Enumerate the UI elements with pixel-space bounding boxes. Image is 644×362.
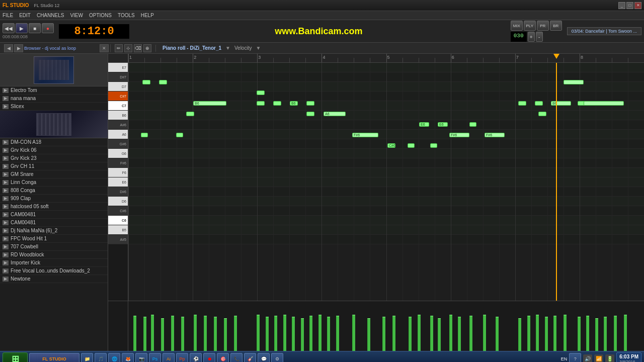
sidebar-item-3[interactable]: ▶DM-CON A18 xyxy=(0,138,108,146)
playlist-button[interactable]: PLY xyxy=(524,21,536,31)
piano-key-E7[interactable]: E7 xyxy=(108,63,128,72)
velocity-bar-37[interactable] xyxy=(545,317,548,351)
velocity-bar-31[interactable] xyxy=(469,316,472,351)
record-button[interactable]: ● xyxy=(42,23,54,33)
velocity-bar-8[interactable] xyxy=(214,317,217,351)
sidebar-item-14[interactable]: ▶Dj NaNa MaNa (6)_2 xyxy=(0,227,108,235)
piano-key-F6[interactable]: F6 xyxy=(108,168,128,177)
piano-note-11[interactable] xyxy=(141,133,148,137)
velocity-bar-29[interactable] xyxy=(449,315,452,351)
sidebar-item-16[interactable]: ▶707 Cowbell xyxy=(0,243,108,251)
erase-tool[interactable]: ⌫ xyxy=(134,44,142,52)
velocity-bar-36[interactable] xyxy=(536,315,539,351)
piano-note-26[interactable]: C#6 xyxy=(387,143,395,148)
sidebar-item-7[interactable]: ▶GM Snare xyxy=(0,170,108,178)
piano-note-12[interactable] xyxy=(176,133,183,137)
piano-key-D#6[interactable]: D#6 xyxy=(108,187,128,197)
browser-button[interactable]: BR xyxy=(550,21,562,31)
menu-channels[interactable]: CHANNELS xyxy=(37,13,64,18)
menu-edit[interactable]: EDIT xyxy=(19,13,31,18)
browser-forward-button[interactable]: ▶ xyxy=(14,44,23,52)
sidebar-item-17[interactable]: ▶RD Woodblock xyxy=(0,251,108,259)
piano-note-8[interactable] xyxy=(186,112,194,116)
mixer-button[interactable]: MIX xyxy=(511,21,523,31)
piano-note-13[interactable]: F#6 xyxy=(352,133,378,137)
taskbar-illustrator[interactable]: Ai xyxy=(163,353,175,363)
taskbar-app6[interactable]: 💬 xyxy=(258,353,270,363)
velocity-bar-32[interactable] xyxy=(483,315,486,351)
velocity-bar-0[interactable] xyxy=(133,316,136,351)
velocity-bar-33[interactable] xyxy=(496,317,499,351)
tempo-dec[interactable]: - xyxy=(536,32,543,42)
piano-key-B6[interactable]: B6 xyxy=(108,111,128,120)
velocity-bar-6[interactable] xyxy=(194,315,197,351)
velocity-bar-17[interactable] xyxy=(309,316,312,351)
piano-note-4[interactable] xyxy=(257,101,265,106)
sidebar-item-1[interactable]: ▶nana mana xyxy=(0,95,108,103)
piano-note-5[interactable] xyxy=(273,101,281,106)
piano-key-D6[interactable]: D6 xyxy=(108,197,128,206)
taskbar-photoshop[interactable]: Ps xyxy=(149,353,161,363)
sidebar-item-18[interactable]: ▶Importer Kick xyxy=(0,259,108,267)
play-button[interactable]: ▶ xyxy=(16,23,28,33)
velocity-bar-10[interactable] xyxy=(234,316,237,351)
taskbar-help[interactable]: ? xyxy=(569,353,581,363)
velocity-content[interactable] xyxy=(128,301,644,351)
menu-help[interactable]: HELP xyxy=(141,13,154,18)
velocity-bar-45[interactable] xyxy=(624,315,627,351)
sidebar-item-20[interactable]: ▶Newtone xyxy=(0,275,108,283)
piano-key-C#6[interactable]: C#6 xyxy=(108,206,128,216)
tempo-inc[interactable]: + xyxy=(528,32,535,42)
piano-key-G#6[interactable]: G#6 xyxy=(108,139,128,149)
piano-note-24[interactable]: E6 xyxy=(438,122,448,127)
velocity-bar-44[interactable] xyxy=(614,316,617,351)
velocity-bar-22[interactable] xyxy=(367,318,370,351)
systray-network[interactable]: 📶 xyxy=(594,354,603,363)
menu-view[interactable]: VIEW xyxy=(70,13,83,18)
stop-button[interactable]: ■ xyxy=(29,23,41,33)
piano-key-A6[interactable]: A6 xyxy=(108,130,128,139)
taskbar-firefox[interactable]: 🦊 xyxy=(122,353,134,363)
sidebar-item-5[interactable]: ▶Grv Kick 23 xyxy=(0,154,108,162)
taskbar-settings[interactable]: ⚙ xyxy=(271,353,283,363)
piano-key-C#7[interactable]: C#7 xyxy=(108,92,128,101)
piano-note-20[interactable] xyxy=(538,112,546,116)
piano-note-27[interactable] xyxy=(408,143,415,148)
velocity-bar-4[interactable] xyxy=(171,316,174,351)
piano-key-A#5[interactable]: A#5 xyxy=(108,235,128,244)
rewind-button[interactable]: ◀◀ xyxy=(3,23,15,33)
piano-note-1[interactable] xyxy=(159,80,167,84)
sidebar-item-15[interactable]: ▶FPC Wood Hit 1 xyxy=(0,235,108,243)
piano-note-25[interactable] xyxy=(469,122,476,127)
sidebar-item-4[interactable]: ▶Grv Kick 06 xyxy=(0,146,108,154)
browser-back-button[interactable]: ◀ xyxy=(4,44,13,52)
taskbar-app2[interactable]: ⚽ xyxy=(190,353,202,363)
minimize-button[interactable]: _ xyxy=(618,2,625,9)
velocity-bar-38[interactable] xyxy=(553,316,556,351)
select-tool[interactable]: ⊹ xyxy=(124,44,132,52)
piano-key-G6[interactable]: G6 xyxy=(108,149,128,158)
piano-note-7[interactable] xyxy=(306,101,314,106)
timeline-ruler[interactable]: 12345678 xyxy=(128,54,644,63)
velocity-bar-2[interactable] xyxy=(151,315,154,351)
systray-battery[interactable]: 🔋 xyxy=(605,354,614,363)
velocity-bar-19[interactable] xyxy=(327,317,330,351)
velocity-bar-30[interactable] xyxy=(458,317,461,351)
sidebar-item-13[interactable]: ▶CAM00481 xyxy=(0,219,108,227)
sidebar-item-12[interactable]: ▶CAM00481 xyxy=(0,211,108,219)
start-button[interactable]: ⊞ xyxy=(3,352,28,363)
velocity-bar-39[interactable] xyxy=(564,315,567,351)
draw-tool[interactable]: ✏ xyxy=(115,44,123,52)
piano-note-9[interactable] xyxy=(306,112,314,116)
sidebar-item-0[interactable]: ▶Electro Tom xyxy=(0,86,108,95)
piano-keys[interactable]: E7D#7D7C#7C7B6A#6A6G#6G6F#6F6E6D#6D6C#6C… xyxy=(108,63,128,301)
velocity-bar-15[interactable] xyxy=(292,317,295,351)
velocity-bar-3[interactable] xyxy=(161,318,164,351)
piano-note-10[interactable]: A6 xyxy=(324,112,346,116)
velocity-bar-23[interactable] xyxy=(382,317,385,351)
velocity-bar-40[interactable] xyxy=(578,317,581,351)
maximize-button[interactable]: □ xyxy=(626,2,633,9)
piano-note-22[interactable]: F#6 xyxy=(485,133,505,137)
velocity-bar-7[interactable] xyxy=(204,316,207,351)
piano-note-3[interactable] xyxy=(257,90,265,95)
